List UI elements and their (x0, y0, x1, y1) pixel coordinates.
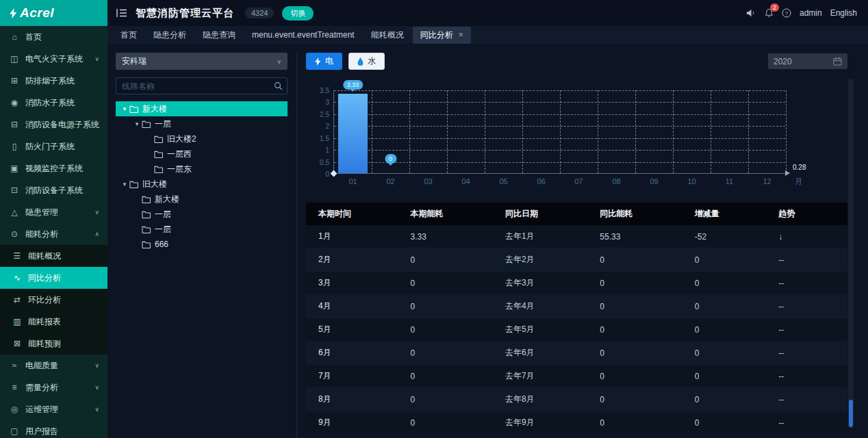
gridline-vertical (485, 90, 485, 173)
org-select[interactable]: 安科瑞 ∨ (116, 53, 288, 70)
sidebar-item-home[interactable]: ⌂首页 (0, 26, 107, 48)
sidebar-item-yoy-analysis[interactable]: ∿同比分析 (0, 267, 107, 289)
sidebar-item-energy-report[interactable]: ▥能耗报表 (0, 311, 107, 333)
collapse-menu-icon[interactable] (116, 8, 127, 18)
tree-node[interactable]: 一层东 (116, 162, 288, 177)
year-picker-value: 2020 (774, 57, 792, 66)
sidebar-item-power-quality[interactable]: ≈电能质量∨ (0, 355, 107, 376)
sidebar-item-label: 消防设备电源子系统 (25, 119, 99, 131)
home-icon: ⌂ (10, 32, 19, 42)
table-cell: -- (766, 272, 847, 295)
close-tab-icon[interactable]: × (459, 31, 463, 39)
table-head: 本期时间本期能耗同比日期同比能耗增减量趋势 (306, 203, 847, 225)
folder-icon (142, 120, 151, 128)
sidebar-item-video-monitor-system[interactable]: ▣视频监控子系统 (0, 157, 107, 179)
x-tick-label: 05 (499, 177, 507, 185)
table-row: 5月0去年5月00-- (306, 318, 847, 342)
sidebar-item-energy-forecast[interactable]: ⊠能耗预测 (0, 333, 107, 355)
bell-icon[interactable]: 2 (765, 8, 774, 18)
gridline-vertical (522, 90, 523, 173)
speaker-icon[interactable] (746, 8, 756, 18)
tree-node[interactable]: 新大楼 (116, 192, 288, 207)
power-quality-icon: ≈ (10, 361, 19, 370)
gridline-vertical (673, 90, 674, 173)
sidebar-item-fire-water-system[interactable]: ◉消防水子系统 (0, 92, 107, 114)
search-icon[interactable] (269, 78, 287, 94)
tree-node[interactable]: ▾旧大楼 (116, 177, 288, 192)
help-icon[interactable]: ? (782, 8, 791, 18)
switch-button[interactable]: 切换 (282, 6, 314, 21)
table-cell: 0 (587, 388, 682, 411)
scrollbar-thumb[interactable] (849, 400, 853, 427)
sidebar-item-label: 能耗报表 (28, 316, 99, 328)
sidebar-item-label: 能耗概况 (28, 250, 99, 262)
table-row: 7月0去年7月00-- (306, 365, 847, 388)
tree-node[interactable]: 一层 (116, 222, 288, 237)
electric-type-button[interactable]: 电 (306, 53, 342, 70)
sidebar-item-electric-fire-system[interactable]: ◫电气火灾子系统∨ (0, 48, 107, 70)
electric-type-label: 电 (325, 55, 333, 67)
sidebar-item-energy-overview[interactable]: ☰能耗概况 (0, 245, 107, 267)
tab-hazard-query[interactable]: 隐患查询 (195, 27, 243, 44)
caret-down-icon[interactable]: ▾ (120, 105, 129, 112)
table-cell: 0 (682, 365, 767, 388)
tree-node[interactable]: ▾新大楼 (116, 101, 288, 116)
sidebar-item-hazard-management[interactable]: △隐患管理∨ (0, 201, 107, 223)
table-header-cell: 本期时间 (306, 203, 398, 225)
language-switch[interactable]: English (830, 8, 857, 18)
year-picker[interactable]: 2020 (768, 53, 847, 69)
table-cell: -- (766, 342, 847, 365)
sidebar-item-fire-equipment-power-system[interactable]: ⊟消防设备电源子系统 (0, 114, 107, 136)
tree-node[interactable]: 一层 (116, 207, 288, 222)
sidebar-item-fire-equipment-system[interactable]: ⊡消防设备子系统 (0, 179, 107, 201)
svg-text:?: ? (785, 10, 789, 16)
tree-node[interactable]: 666 (116, 237, 288, 252)
table-row: 2月0去年2月00-- (306, 248, 847, 272)
sidebar-item-label: 电能质量 (25, 360, 88, 372)
table-cell: -- (766, 318, 847, 342)
table-cell: 7月 (306, 365, 398, 388)
tab-event-treatment[interactable]: menu.event.eventTreatment (244, 27, 362, 42)
sidebar-item-ops-management[interactable]: ◎运维管理∨ (0, 398, 107, 420)
tab-energy-overview[interactable]: 能耗概况 (363, 27, 411, 44)
x-tick-label: 07 (574, 177, 583, 185)
tree-node[interactable]: 一层西 (116, 146, 288, 162)
x-tick-label: 03 (424, 177, 432, 185)
sidebar-item-demand-analysis[interactable]: ≡需量分析∨ (0, 376, 107, 398)
energy-overview-icon: ☰ (12, 251, 22, 261)
tab-yoy-analysis[interactable]: 同比分析× (413, 27, 471, 44)
y-tick-label: 1 (325, 146, 329, 154)
tree-node-label: 一层 (155, 209, 171, 220)
caret-down-icon[interactable]: ▾ (120, 181, 129, 188)
sidebar-item-fire-door-system[interactable]: ▯防火门子系统 (0, 136, 107, 157)
table-cell: 0 (398, 388, 492, 411)
sidebar-item-mom-analysis[interactable]: ⇄环比分析 (0, 289, 107, 311)
sidebar-item-energy-analysis[interactable]: ⊙能耗分析∧ (0, 223, 107, 245)
table-cell: 0 (682, 248, 767, 272)
folder-icon (154, 136, 163, 143)
water-type-button[interactable]: 水 (348, 53, 385, 70)
chevron-down-icon: ∨ (94, 384, 99, 391)
fire-door-icon: ▯ (10, 142, 19, 151)
username[interactable]: admin (800, 8, 822, 18)
vertical-scrollbar[interactable] (848, 79, 854, 428)
logo: Acrel (0, 0, 107, 26)
tree-node[interactable]: 旧大楼2 (116, 131, 288, 146)
caret-down-icon[interactable]: ▾ (132, 120, 142, 127)
tab-home[interactable]: 首页 (113, 27, 144, 44)
table-cell: 9月 (306, 411, 398, 435)
table-cell: -- (766, 295, 847, 318)
search-input[interactable] (116, 81, 269, 91)
analysis-panel: 电 水 2020 0 (306, 53, 847, 438)
table-cell: 0 (587, 318, 682, 342)
sidebar-item-user-report[interactable]: ▢用户报告 (0, 420, 107, 438)
folder-icon (142, 226, 151, 233)
tree-node[interactable]: ▾一层 (116, 116, 288, 131)
table-header-cell: 增减量 (682, 203, 767, 225)
x-axis-unit: 月 (795, 177, 802, 187)
table-cell: 4月 (306, 295, 398, 318)
tab-hazard-analysis[interactable]: 隐患分析 (146, 27, 194, 44)
sidebar-item-smoke-control-system[interactable]: ⊞防排烟子系统 (0, 70, 107, 92)
tab-label: 隐患分析 (153, 29, 186, 41)
bar-month-01[interactable] (338, 94, 368, 173)
